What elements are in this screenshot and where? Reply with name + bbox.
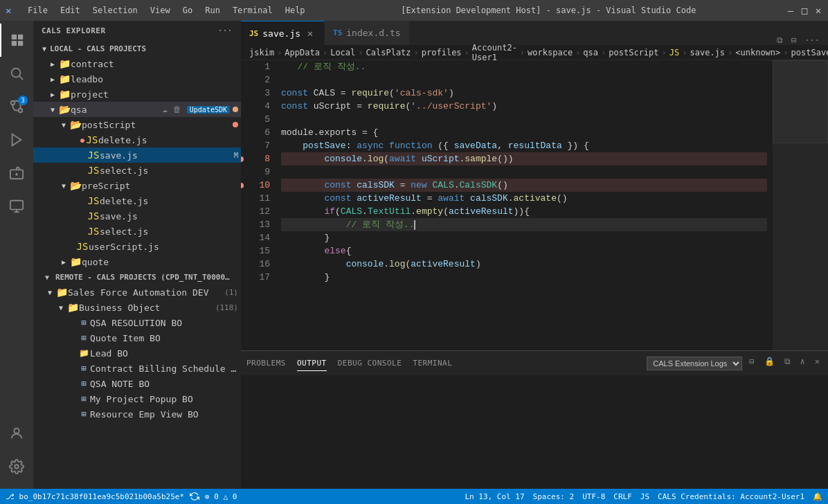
sidebar-item-lead-bo[interactable]: ▶ 📁 Lead BO bbox=[33, 345, 241, 361]
maximize-button[interactable]: □ bbox=[800, 6, 809, 15]
menu-go[interactable]: Go bbox=[177, 4, 198, 17]
menu-selection[interactable]: Selection bbox=[87, 4, 143, 17]
panel-lock-icon[interactable]: 🔒 bbox=[762, 357, 777, 370]
breadcrumb-qsa[interactable]: qsa bbox=[583, 48, 598, 57]
sidebar-item-postscript-save[interactable]: ▶ JS save.js M bbox=[33, 147, 241, 163]
status-cals-credentials[interactable]: CALS Credentials: Account2-User1 bbox=[658, 492, 804, 501]
activity-remote[interactable] bbox=[0, 190, 33, 223]
breadcrumb-jskim[interactable]: jskim bbox=[249, 48, 274, 57]
qsa-trash-icon[interactable]: 🗑 bbox=[170, 105, 184, 114]
activity-settings[interactable] bbox=[0, 450, 33, 483]
local-projects-header[interactable]: ▼ LOCAL - CALS PROJECTS bbox=[33, 41, 241, 56]
tab-layout-icon[interactable]: ⊟ bbox=[789, 35, 799, 45]
panel-tab-debug-console[interactable]: DEBUG CONSOLE bbox=[338, 356, 402, 370]
code-content[interactable]: // 로직 작성.. const CALS = require('cals-sd… bbox=[276, 60, 773, 350]
leadbo-label: leadbo bbox=[71, 74, 241, 84]
qsa-note-bo-label: QSA NOTE BO bbox=[90, 379, 241, 389]
tab-more-icon[interactable]: ··· bbox=[802, 35, 822, 45]
tab-save-js[interactable]: JS save.js ✕ bbox=[241, 21, 325, 45]
panel-tab-terminal[interactable]: TERMINAL bbox=[413, 356, 452, 370]
status-cursor[interactable]: Ln 13, Col 17 bbox=[465, 492, 525, 501]
panel-new-window-icon[interactable]: ⧉ bbox=[782, 357, 793, 370]
sidebar-item-prescript-select[interactable]: ▶ JS select.js bbox=[33, 224, 241, 239]
status-language[interactable]: JS bbox=[640, 492, 649, 501]
sidebar-more-button[interactable]: ··· bbox=[218, 26, 233, 35]
menu-help[interactable]: Help bbox=[280, 4, 311, 17]
activity-account[interactable] bbox=[0, 417, 33, 450]
sidebar-item-leadbo[interactable]: ▶ 📁 leadbo bbox=[33, 71, 241, 87]
menu-view[interactable]: View bbox=[145, 4, 176, 17]
activity-debug[interactable] bbox=[0, 123, 33, 156]
leadbo-arrow: ▶ bbox=[47, 75, 58, 83]
sidebar-item-contract[interactable]: ▶ 📁 contract bbox=[33, 56, 241, 71]
status-errors[interactable]: ⊗ 0 △ 0 bbox=[205, 492, 237, 501]
qsa-upload-icon[interactable]: ☁ bbox=[160, 105, 170, 114]
breadcrumb-unknown[interactable]: <unknown> bbox=[735, 48, 780, 57]
menu-run[interactable]: Run bbox=[199, 4, 226, 17]
breadcrumb-workspace[interactable]: workspace bbox=[528, 48, 573, 57]
sidebar-item-resource-emp-bo[interactable]: ▶ ⊞ Resource Emp View BO bbox=[33, 406, 241, 422]
sidebar-item-prescript-delete[interactable]: ▶ JS delete.js bbox=[33, 193, 241, 208]
sidebar-item-prescript-save[interactable]: ▶ JS save.js bbox=[33, 208, 241, 224]
breadcrumb-local[interactable]: Local bbox=[330, 48, 355, 57]
local-collapse-arrow: ▼ bbox=[39, 45, 50, 53]
status-notification-bell[interactable]: 🔔 bbox=[813, 492, 822, 501]
breadcrumb-account2[interactable]: Account2-User1 bbox=[472, 43, 517, 62]
status-branch[interactable]: ⎇ bo_0b17c71c38f011ea9c5b021b00a5b25e* bbox=[6, 492, 184, 501]
menu-edit[interactable]: Edit bbox=[55, 4, 86, 17]
tab-split-editor-icon[interactable]: ⧉ bbox=[774, 35, 786, 45]
line-num-11: 11 bbox=[241, 192, 270, 205]
line-num-13: 13 bbox=[241, 218, 270, 231]
breadcrumb-appdata[interactable]: AppData bbox=[285, 48, 320, 57]
sidebar-item-prescript[interactable]: ▼ 📂 preScript bbox=[33, 178, 241, 193]
sidebar-item-qsa-resolution-bo[interactable]: ▶ ⊞ QSA RESOLUTION BO bbox=[33, 315, 241, 330]
panel-clear-icon[interactable]: ⊟ bbox=[746, 357, 757, 370]
status-encoding[interactable]: UTF-8 bbox=[582, 492, 605, 501]
activity-search[interactable] bbox=[0, 57, 33, 90]
close-button[interactable]: ✕ bbox=[814, 6, 822, 15]
minimize-button[interactable]: — bbox=[786, 6, 795, 15]
sidebar-item-contract-billing-bo[interactable]: ▶ ⊞ Contract Billing Schedule BO bbox=[33, 361, 241, 376]
code-editor[interactable]: 1 2 3 4 5 6 7 8 9 10 11 12 13 14 15 16 1… bbox=[241, 60, 828, 350]
status-eol[interactable]: CRLF bbox=[613, 492, 632, 501]
output-selector[interactable]: CALS Extension Logs bbox=[647, 357, 742, 370]
sidebar-content[interactable]: ▼ LOCAL - CALS PROJECTS ▶ 📁 contract ▶ 📁… bbox=[33, 41, 241, 489]
sidebar-item-quote-item-bo[interactable]: ▶ ⊞ Quote Item BO bbox=[33, 330, 241, 345]
svg-rect-12 bbox=[10, 201, 23, 210]
tab-save-js-close[interactable]: ✕ bbox=[305, 28, 316, 39]
sidebar-item-postscript-select[interactable]: ▶ JS select.js bbox=[33, 163, 241, 178]
bo-count: (118) bbox=[215, 303, 238, 312]
panel-tab-output[interactable]: OUTPUT bbox=[297, 356, 327, 371]
breadcrumb-calsplatz[interactable]: CalsPlatz bbox=[366, 48, 411, 57]
status-sync[interactable] bbox=[190, 492, 199, 501]
sidebar-item-business-object[interactable]: ▼ 📁 Business Object (118) bbox=[33, 300, 241, 315]
panel-chevron-up-icon[interactable]: ∧ bbox=[798, 357, 808, 370]
sidebar-item-my-project-popup-bo[interactable]: ▶ ⊞ My Project Popup BO bbox=[33, 391, 241, 406]
remote-projects-header[interactable]: ▼ REMOTE - CALS PROJECTS (CPD_TNT_T00003… bbox=[33, 269, 241, 285]
sidebar-item-postscript-delete[interactable]: ▶ ● JS delete.js bbox=[33, 132, 241, 147]
sidebar-item-project[interactable]: ▶ 📁 project bbox=[33, 87, 241, 102]
activity-extensions[interactable] bbox=[0, 156, 33, 190]
sidebar-item-qsa-note-bo[interactable]: ▶ ⊞ QSA NOTE BO bbox=[33, 376, 241, 391]
sidebar-item-userscript[interactable]: ▶ JS userScript.js bbox=[33, 239, 241, 254]
activity-explorer[interactable] bbox=[0, 24, 33, 57]
menu-terminal[interactable]: Terminal bbox=[227, 4, 278, 17]
breadcrumb-savejs[interactable]: save.js bbox=[690, 48, 725, 57]
sidebar-item-postscript[interactable]: ▼ 📂 postScript bbox=[33, 117, 241, 132]
activity-source-control[interactable]: 3 bbox=[0, 90, 33, 123]
sidebar-item-salesforce[interactable]: ▼ 📁 Sales Force Automation DEV (1) bbox=[33, 285, 241, 300]
breadcrumb-postscript[interactable]: postScript bbox=[609, 48, 658, 57]
status-spaces[interactable]: Spaces: 2 bbox=[533, 492, 575, 501]
code-line-14: } bbox=[281, 231, 767, 244]
panel-close-icon[interactable]: ✕ bbox=[812, 357, 822, 370]
breadcrumb-profiles[interactable]: profiles bbox=[422, 48, 462, 57]
project-arrow: ▶ bbox=[47, 91, 58, 98]
breadcrumb-js[interactable]: JS bbox=[669, 48, 679, 57]
panel-tab-problems[interactable]: PROBLEMS bbox=[246, 356, 286, 370]
userscript-label: userScript.js bbox=[89, 242, 241, 252]
project-label: project bbox=[71, 89, 241, 100]
menu-file[interactable]: File bbox=[22, 4, 53, 17]
sidebar-item-qsa[interactable]: ▼ 📂 qsa ☁ 🗑 UpdateSDK bbox=[33, 102, 241, 117]
tab-index-dts[interactable]: TS index.d.ts bbox=[325, 21, 410, 45]
sidebar-item-quote[interactable]: ▶ 📁 quote bbox=[33, 254, 241, 269]
